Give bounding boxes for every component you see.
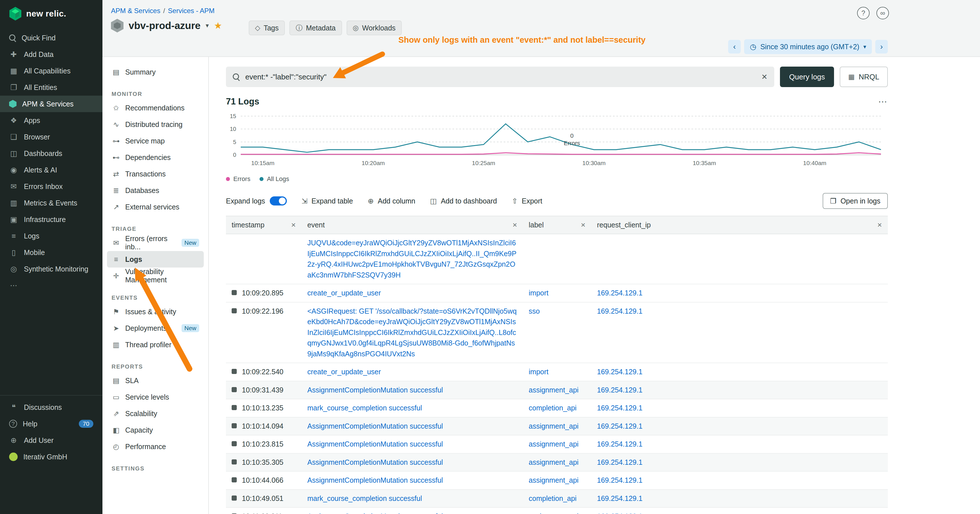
sidebar-footer-item[interactable]: ❝ Discussions	[0, 399, 102, 415]
log-event-link[interactable]: JUQVU&code=eyJraWQiOiJjcGltY29yZV8wOTl1M…	[307, 239, 517, 279]
subnav-item[interactable]: ▭ Service levels	[107, 389, 204, 405]
subnav-item[interactable]: ▥ Thread profiler	[107, 336, 204, 353]
chart-legend-item[interactable]: All Logs	[259, 175, 289, 183]
subnav-item[interactable]: MONITOR	[107, 88, 204, 100]
log-row[interactable]: 10:10:14.094 AssignmentCompletionMutatio…	[226, 417, 888, 436]
sidebar-item[interactable]: ◫ Dashboards	[0, 145, 102, 162]
time-back-button[interactable]: ‹	[728, 40, 741, 54]
log-label-link[interactable]: assignment_api	[529, 458, 579, 466]
column-header-label[interactable]: label✕	[523, 216, 591, 234]
subnav-item[interactable]: ▤ Summary	[107, 64, 204, 80]
log-row[interactable]: 10:10:35.305 AssignmentCompletionMutatio…	[226, 454, 888, 472]
clear-query-icon[interactable]: ✕	[762, 73, 768, 81]
log-ip-link[interactable]: 169.254.129.1	[597, 458, 643, 466]
subnav-item[interactable]: ⚑ Issues & activity	[107, 303, 204, 320]
log-row[interactable]: JUQVU&code=eyJraWQiOiJjcGltY29yZV8wOTl1M…	[226, 234, 888, 284]
log-row[interactable]: 10:10:13.235 mark_course_completion succ…	[226, 399, 888, 417]
log-ip-link[interactable]: 169.254.129.1	[597, 512, 643, 514]
permalink-icon[interactable]: ∞	[877, 7, 889, 19]
sidebar-item[interactable]: ≡ Logs	[0, 228, 102, 244]
row-handle-icon[interactable]	[232, 369, 237, 374]
time-forward-button[interactable]: ›	[875, 40, 888, 54]
sidebar-item[interactable]: ▣ Infrastructure	[0, 211, 102, 228]
subnav-item[interactable]: ≣ Databases	[107, 182, 204, 199]
sidebar-item[interactable]: ◉ Alerts & AI	[0, 162, 102, 178]
column-header-timestamp[interactable]: timestamp✕	[226, 216, 302, 234]
log-event-link[interactable]: mark_course_completion successful	[307, 404, 422, 412]
subnav-item[interactable]: SETTINGS	[107, 463, 204, 474]
row-handle-icon[interactable]	[232, 441, 237, 446]
row-handle-icon[interactable]	[232, 477, 237, 482]
subnav-item[interactable]: ⊷ Dependencies	[107, 149, 204, 165]
row-handle-icon[interactable]	[232, 495, 237, 501]
sidebar-footer-item[interactable]: ⊕ Add User	[0, 432, 102, 449]
logs-volume-chart[interactable]: 05101510:15am10:20am10:25am10:30am10:35a…	[226, 111, 888, 183]
log-event-link[interactable]: AssignmentCompletionMutation successful	[307, 440, 443, 448]
log-ip-link[interactable]: 169.254.129.1	[597, 422, 643, 430]
log-query-input[interactable]: event:* -"label":"security" ✕	[226, 67, 774, 87]
subnav-item[interactable]: EVENTS	[107, 292, 204, 303]
subnav-item[interactable]: REPORTS	[107, 361, 204, 372]
chart-legend-item[interactable]: Errors	[226, 175, 250, 183]
subnav-item[interactable]: ▤ SLA	[107, 372, 204, 389]
log-event-link[interactable]: mark_course_completion successful	[307, 494, 422, 502]
log-label-link[interactable]: import	[529, 368, 548, 376]
export-button[interactable]: ⇧Export	[512, 197, 542, 205]
column-close-icon[interactable]: ✕	[581, 222, 585, 229]
log-event-link[interactable]: <ASGIRequest: GET '/sso/callback/?state=…	[307, 307, 517, 358]
subnav-item[interactable]: ➤ Deployments New	[107, 320, 204, 336]
sidebar-item[interactable]: ❑ Browser	[0, 129, 102, 145]
subnav-item[interactable]: TRIAGE	[107, 223, 204, 234]
log-row[interactable]: 10:10:44.066 AssignmentCompletionMutatio…	[226, 472, 888, 490]
row-handle-icon[interactable]	[232, 459, 237, 465]
row-handle-icon[interactable]	[232, 405, 237, 410]
query-logs-button[interactable]: Query logs	[780, 67, 834, 87]
row-handle-icon[interactable]	[232, 290, 237, 295]
log-label-link[interactable]: sso	[529, 307, 540, 315]
log-label-link[interactable]: assignment_api	[529, 440, 579, 448]
column-header-request-client-ip[interactable]: request_client_ip✕	[591, 216, 888, 234]
subnav-item[interactable]: ◧ Capacity	[107, 422, 204, 438]
log-row[interactable]: 10:10:23.815 AssignmentCompletionMutatio…	[226, 436, 888, 454]
log-row[interactable]: 10:09:22.540 create_or_update_user impor…	[226, 363, 888, 381]
log-row[interactable]: 10:09:20.895 create_or_update_user impor…	[226, 284, 888, 302]
expand-table-button[interactable]: ⇲Expand table	[302, 197, 353, 205]
subnav-item[interactable]: ◴ Performance	[107, 438, 204, 455]
sidebar-item[interactable]: APM & Services	[0, 95, 102, 112]
log-row[interactable]: 10:11:00.311 AssignmentCompletionMutatio…	[226, 508, 888, 514]
expand-logs-toggle[interactable]	[270, 196, 287, 205]
subnav-item[interactable]: ↗ External services	[107, 199, 204, 215]
log-label-link[interactable]: completion_api	[529, 494, 576, 502]
subnav-item[interactable]: ⇄ Transactions	[107, 165, 204, 182]
log-label-link[interactable]: assignment_api	[529, 476, 579, 484]
sidebar-item[interactable]: ⋯	[0, 277, 102, 294]
tags-button[interactable]: ◇Tags	[249, 21, 285, 35]
column-header-event[interactable]: event✕	[302, 216, 523, 234]
sidebar-item[interactable]: ❖ Apps	[0, 112, 102, 129]
sidebar-item[interactable]: ▥ Metrics & Events	[0, 195, 102, 211]
more-options-icon[interactable]: ⋯	[878, 96, 888, 107]
log-ip-link[interactable]: 169.254.129.1	[597, 476, 643, 484]
log-event-link[interactable]: AssignmentCompletionMutation successful	[307, 512, 443, 514]
sidebar-footer-item[interactable]: Iterativ GmbH	[0, 449, 102, 465]
sidebar-footer-item[interactable]: ? Help 70	[0, 415, 102, 432]
subnav-item[interactable]: ≡ Logs	[107, 251, 204, 267]
sidebar-item[interactable]: ◎ Synthetic Monitoring	[0, 261, 102, 277]
metadata-button[interactable]: ⓘMetadata	[290, 21, 342, 35]
subnav-item[interactable]: ∿ Distributed tracing	[107, 116, 204, 133]
sidebar-item[interactable]: ❐ All Entities	[0, 79, 102, 95]
log-label-link[interactable]: import	[529, 289, 548, 297]
add-column-button[interactable]: ⊕Add column	[368, 197, 415, 205]
breadcrumb-link-apm[interactable]: APM & Services	[111, 7, 160, 14]
column-close-icon[interactable]: ✕	[291, 222, 296, 229]
log-ip-link[interactable]: 169.254.129.1	[597, 386, 643, 394]
subnav-item[interactable]: ⇗ Scalability	[107, 405, 204, 422]
log-event-link[interactable]: create_or_update_user	[307, 289, 381, 297]
log-row[interactable]: 10:10:49.051 mark_course_completion succ…	[226, 490, 888, 508]
log-ip-link[interactable]: 169.254.129.1	[597, 404, 643, 412]
log-row[interactable]: 10:09:31.439 AssignmentCompletionMutatio…	[226, 381, 888, 399]
log-row[interactable]: 10:09:22.196 <ASGIRequest: GET '/sso/cal…	[226, 302, 888, 363]
workloads-button[interactable]: ◎Workloads	[347, 21, 402, 35]
row-handle-icon[interactable]	[232, 423, 237, 428]
log-ip-link[interactable]: 169.254.129.1	[597, 440, 643, 448]
